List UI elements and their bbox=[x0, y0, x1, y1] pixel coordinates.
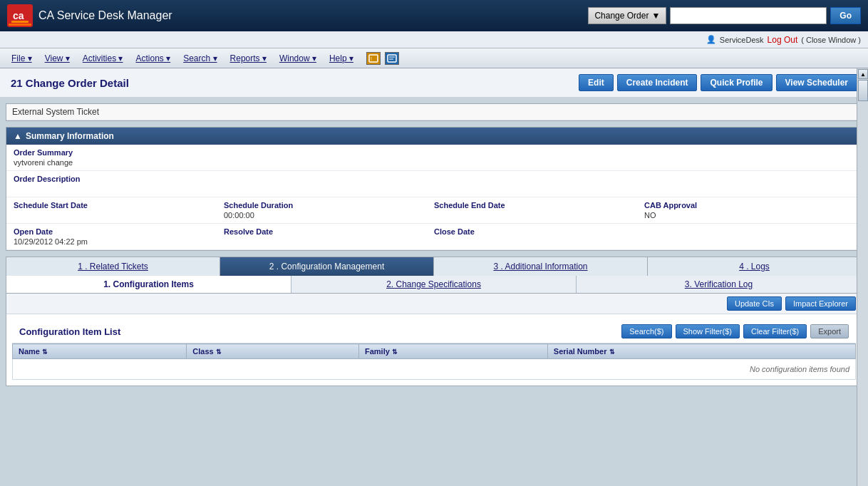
menu-bar: File ▾ View ▾ Activities ▾ Actions ▾ Sea… bbox=[0, 48, 868, 68]
ext-ticket-section: External System Ticket bbox=[6, 103, 862, 121]
collapse-icon: ▲ bbox=[14, 131, 22, 141]
export-btn[interactable]: Export bbox=[810, 324, 849, 338]
close-date-value bbox=[434, 237, 644, 248]
tab-additional-information[interactable]: 3 . Additional Information bbox=[434, 257, 648, 276]
update-cis-button[interactable]: Update CIs bbox=[727, 296, 782, 311]
sub-tab-verification-log[interactable]: 3. Verification Log bbox=[577, 276, 862, 293]
tab-content: Configuration Item List Search($) Show F… bbox=[6, 314, 862, 386]
menu-reports[interactable]: Reports ▾ bbox=[224, 51, 272, 66]
sort-icon-family: ⇅ bbox=[392, 348, 398, 356]
schedule-end-label: Schedule End Date bbox=[434, 199, 644, 210]
col-class[interactable]: Class ⇅ bbox=[187, 344, 359, 359]
sort-icon-class: ⇅ bbox=[216, 348, 222, 356]
summary-section: ▲ Summary Information Order Summary vytv… bbox=[6, 127, 862, 251]
tab-toolbar: Update CIs Impact Explorer bbox=[6, 294, 862, 314]
sub-tab-change-specs[interactable]: 2. Change Specifications bbox=[291, 276, 577, 293]
col-family[interactable]: Family ⇅ bbox=[358, 344, 547, 359]
tab-configuration-management[interactable]: 2 . Configuration Management bbox=[220, 257, 434, 276]
user-bar: 👤 ServiceDesk Log Out ( Close Window ) bbox=[0, 31, 868, 48]
top-header: ca CA Service Desk Manager Change Order … bbox=[0, 0, 868, 31]
right-scrollbar[interactable]: ▲ bbox=[857, 68, 868, 486]
schedule-start-value bbox=[14, 210, 224, 222]
table-body: No configuration items found bbox=[13, 359, 856, 380]
toolbar-icon-1[interactable]: ! bbox=[366, 52, 381, 65]
show-filter-btn[interactable]: Show Filter($) bbox=[676, 324, 740, 338]
close-window-link[interactable]: ( Close Window ) bbox=[801, 36, 861, 44]
menu-window[interactable]: Window ▾ bbox=[274, 51, 322, 66]
menu-help[interactable]: Help ▾ bbox=[324, 51, 359, 66]
summary-header[interactable]: ▲ Summary Information bbox=[6, 128, 862, 145]
resolve-date-label: Resolve Date bbox=[224, 225, 434, 237]
open-date-value: 10/29/2012 04:22 pm bbox=[14, 237, 224, 248]
order-summary-value: vytvoreni change bbox=[14, 157, 854, 169]
toolbar-icon-2[interactable] bbox=[385, 52, 399, 65]
scroll-thumb[interactable] bbox=[858, 80, 868, 101]
content-area: External System Ticket ▲ Summary Informa… bbox=[0, 98, 868, 486]
order-summary-row: Order Summary vytvoreni change bbox=[6, 145, 862, 171]
logout-link[interactable]: Log Out bbox=[768, 35, 798, 45]
svg-text:ca: ca bbox=[13, 10, 24, 21]
logo-area: ca CA Service Desk Manager bbox=[7, 4, 172, 27]
order-description-row: Order Description bbox=[6, 171, 862, 197]
ext-ticket-label: External System Ticket bbox=[12, 107, 99, 117]
menu-activities[interactable]: Activities ▾ bbox=[77, 51, 129, 66]
schedule-row: Schedule Start Date Schedule Duration 00… bbox=[6, 197, 862, 224]
impact-explorer-button[interactable]: Impact Explorer bbox=[785, 296, 856, 311]
sub-tab-config-items[interactable]: 1. Configuration Items bbox=[6, 276, 291, 293]
col-name[interactable]: Name ⇅ bbox=[13, 344, 187, 359]
schedule-duration-label: Schedule Duration bbox=[224, 199, 434, 210]
user-icon: 👤 bbox=[706, 35, 716, 44]
clear-filter-btn[interactable]: Clear Filter($) bbox=[743, 324, 807, 338]
search-area: Change Order ▼ Go bbox=[588, 7, 861, 24]
menu-actions[interactable]: Actions ▾ bbox=[130, 51, 177, 66]
open-date-label: Open Date bbox=[14, 225, 224, 237]
page-header: 21 Change Order Detail Edit Create Incid… bbox=[0, 68, 868, 98]
go-button[interactable]: Go bbox=[830, 7, 861, 24]
sub-tabs: 1. Configuration Items 2. Change Specifi… bbox=[6, 276, 862, 294]
col-serial[interactable]: Serial Number ⇅ bbox=[547, 344, 855, 359]
svg-rect-5 bbox=[388, 55, 396, 62]
order-description-value bbox=[14, 184, 854, 195]
cab-approval-label: CAB Approval bbox=[644, 199, 854, 210]
summary-title: Summary Information bbox=[26, 131, 114, 141]
empty-message: No configuration items found bbox=[13, 359, 856, 380]
ext-ticket-row: External System Ticket bbox=[6, 104, 862, 120]
config-list-title: Configuration Item List bbox=[19, 326, 120, 337]
view-scheduler-button[interactable]: View Scheduler bbox=[776, 74, 857, 91]
cab-approval-value: NO bbox=[644, 210, 854, 222]
schedule-start-label: Schedule Start Date bbox=[14, 199, 224, 210]
app-title: CA Service Desk Manager bbox=[38, 9, 172, 22]
menu-search[interactable]: Search ▾ bbox=[177, 51, 222, 66]
svg-text:!: ! bbox=[371, 56, 372, 61]
config-list-header: Configuration Item List Search($) Show F… bbox=[12, 320, 856, 343]
quick-profile-button[interactable]: Quick Profile bbox=[701, 74, 772, 91]
dates-row: Open Date 10/29/2012 04:22 pm Resolve Da… bbox=[6, 224, 862, 250]
schedule-end-value bbox=[434, 210, 644, 222]
search-type-dropdown[interactable]: Change Order ▼ bbox=[588, 7, 666, 24]
menu-file[interactable]: File ▾ bbox=[6, 51, 38, 66]
menu-view[interactable]: View ▾ bbox=[39, 51, 76, 66]
summary-content: Order Summary vytvoreni change Order Des… bbox=[6, 145, 862, 250]
order-summary-label: Order Summary bbox=[14, 146, 854, 157]
empty-row: No configuration items found bbox=[13, 359, 856, 380]
sort-icon-serial: ⇅ bbox=[609, 348, 615, 356]
page-title: 21 Change Order Detail bbox=[11, 77, 129, 89]
config-items-table: Name ⇅ Class ⇅ Family ⇅ Serial Numb bbox=[12, 343, 856, 380]
create-incident-button[interactable]: Create Incident bbox=[617, 74, 698, 91]
tab-related-tickets[interactable]: 1 . Related Tickets bbox=[6, 257, 220, 276]
table-header-row: Name ⇅ Class ⇅ Family ⇅ Serial Numb bbox=[13, 344, 856, 359]
edit-button[interactable]: Edit bbox=[579, 74, 614, 91]
username: ServiceDesk bbox=[720, 36, 764, 44]
resolve-date-value bbox=[224, 237, 434, 248]
global-search-input[interactable] bbox=[670, 7, 827, 24]
schedule-duration-value: 00:00:00 bbox=[224, 210, 434, 222]
tab-logs[interactable]: 4 . Logs bbox=[648, 257, 862, 276]
scroll-up-arrow[interactable]: ▲ bbox=[858, 69, 868, 79]
search-btn[interactable]: Search($) bbox=[621, 324, 671, 338]
close-date-label: Close Date bbox=[434, 225, 644, 237]
ca-logo: ca bbox=[7, 4, 33, 27]
svg-rect-2 bbox=[11, 21, 29, 23]
page-actions: Edit Create Incident Quick Profile View … bbox=[579, 74, 857, 91]
main-tabs: 1 . Related Tickets 2 . Configuration Ma… bbox=[6, 257, 862, 276]
sort-icon-name: ⇅ bbox=[42, 348, 48, 356]
